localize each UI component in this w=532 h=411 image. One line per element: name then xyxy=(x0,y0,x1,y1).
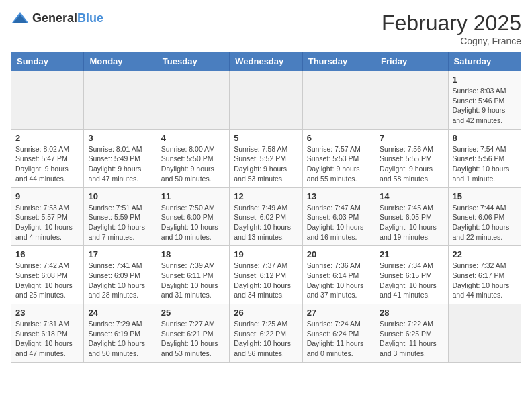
calendar-cell: 17Sunrise: 7:41 AM Sunset: 6:09 PM Dayli… xyxy=(84,246,157,304)
calendar-cell: 23Sunrise: 7:31 AM Sunset: 6:18 PM Dayli… xyxy=(11,304,84,363)
day-info: Sunrise: 7:37 AM Sunset: 6:12 PM Dayligh… xyxy=(234,261,298,300)
calendar-cell: 7Sunrise: 7:56 AM Sunset: 5:55 PM Daylig… xyxy=(375,129,448,187)
calendar-cell: 15Sunrise: 7:44 AM Sunset: 6:06 PM Dayli… xyxy=(448,187,521,246)
calendar-cell: 21Sunrise: 7:34 AM Sunset: 6:15 PM Dayli… xyxy=(375,246,448,304)
calendar-body: 1Sunrise: 8:03 AM Sunset: 5:46 PM Daylig… xyxy=(11,71,521,363)
day-info: Sunrise: 7:29 AM Sunset: 6:19 PM Dayligh… xyxy=(88,319,152,359)
day-number: 27 xyxy=(307,308,371,318)
day-number: 2 xyxy=(15,133,79,143)
calendar-cell: 13Sunrise: 7:47 AM Sunset: 6:03 PM Dayli… xyxy=(302,187,375,246)
calendar-week: 1Sunrise: 8:03 AM Sunset: 5:46 PM Daylig… xyxy=(11,71,521,130)
day-info: Sunrise: 8:03 AM Sunset: 5:46 PM Dayligh… xyxy=(453,86,517,126)
day-number: 28 xyxy=(380,308,443,318)
day-number: 13 xyxy=(307,191,371,201)
day-number: 6 xyxy=(307,133,371,143)
day-number: 20 xyxy=(307,249,371,259)
day-info: Sunrise: 7:31 AM Sunset: 6:18 PM Dayligh… xyxy=(15,319,79,359)
calendar-cell: 24Sunrise: 7:29 AM Sunset: 6:19 PM Dayli… xyxy=(84,304,157,363)
day-number: 7 xyxy=(380,133,443,143)
day-info: Sunrise: 7:25 AM Sunset: 6:22 PM Dayligh… xyxy=(234,319,298,359)
day-info: Sunrise: 7:53 AM Sunset: 5:57 PM Dayligh… xyxy=(15,203,79,242)
day-number: 26 xyxy=(234,308,298,318)
calendar-week: 23Sunrise: 7:31 AM Sunset: 6:18 PM Dayli… xyxy=(11,304,521,363)
day-info: Sunrise: 7:39 AM Sunset: 6:11 PM Dayligh… xyxy=(161,261,225,300)
calendar-cell: 14Sunrise: 7:45 AM Sunset: 6:05 PM Dayli… xyxy=(375,187,448,246)
calendar-cell: 1Sunrise: 8:03 AM Sunset: 5:46 PM Daylig… xyxy=(448,71,521,130)
logo-text: GeneralBlue xyxy=(32,11,103,26)
calendar-week: 16Sunrise: 7:42 AM Sunset: 6:08 PM Dayli… xyxy=(11,246,521,304)
day-info: Sunrise: 7:32 AM Sunset: 6:17 PM Dayligh… xyxy=(453,261,517,300)
page-header: GeneralBlue February 2025 Cogny, France xyxy=(11,11,521,46)
day-info: Sunrise: 7:42 AM Sunset: 6:08 PM Dayligh… xyxy=(15,261,79,300)
weekday-header: Saturday xyxy=(448,52,521,71)
calendar-cell: 2Sunrise: 8:02 AM Sunset: 5:47 PM Daylig… xyxy=(11,129,84,187)
day-info: Sunrise: 7:49 AM Sunset: 6:02 PM Dayligh… xyxy=(234,203,298,242)
day-number: 21 xyxy=(380,249,443,259)
weekday-header: Friday xyxy=(375,52,448,71)
calendar-cell: 6Sunrise: 7:57 AM Sunset: 5:53 PM Daylig… xyxy=(302,129,375,187)
day-info: Sunrise: 7:56 AM Sunset: 5:55 PM Dayligh… xyxy=(380,144,443,184)
month-title: February 2025 xyxy=(382,11,521,36)
calendar-cell xyxy=(157,71,229,130)
day-number: 17 xyxy=(88,249,152,259)
day-info: Sunrise: 7:58 AM Sunset: 5:52 PM Dayligh… xyxy=(234,144,298,184)
calendar-cell xyxy=(230,71,302,130)
day-number: 4 xyxy=(161,133,225,143)
calendar-cell: 27Sunrise: 7:24 AM Sunset: 6:24 PM Dayli… xyxy=(302,304,375,363)
day-number: 16 xyxy=(15,249,79,259)
day-info: Sunrise: 7:45 AM Sunset: 6:05 PM Dayligh… xyxy=(380,203,443,242)
day-number: 23 xyxy=(15,308,79,318)
day-number: 22 xyxy=(453,249,517,259)
day-info: Sunrise: 7:41 AM Sunset: 6:09 PM Dayligh… xyxy=(88,261,152,300)
weekday-header: Sunday xyxy=(11,52,84,71)
day-number: 3 xyxy=(88,133,152,143)
calendar: SundayMondayTuesdayWednesdayThursdayFrid… xyxy=(11,52,521,363)
day-info: Sunrise: 7:47 AM Sunset: 6:03 PM Dayligh… xyxy=(307,203,371,242)
day-info: Sunrise: 7:27 AM Sunset: 6:21 PM Dayligh… xyxy=(161,319,225,359)
logo: GeneralBlue xyxy=(11,11,103,26)
weekday-row: SundayMondayTuesdayWednesdayThursdayFrid… xyxy=(11,52,521,71)
day-info: Sunrise: 8:01 AM Sunset: 5:49 PM Dayligh… xyxy=(88,144,152,184)
day-number: 18 xyxy=(161,249,225,259)
day-number: 11 xyxy=(161,191,225,201)
calendar-cell: 19Sunrise: 7:37 AM Sunset: 6:12 PM Dayli… xyxy=(230,246,302,304)
calendar-cell: 8Sunrise: 7:54 AM Sunset: 5:56 PM Daylig… xyxy=(448,129,521,187)
day-number: 10 xyxy=(88,191,152,201)
calendar-cell xyxy=(302,71,375,130)
day-info: Sunrise: 7:36 AM Sunset: 6:14 PM Dayligh… xyxy=(307,261,371,300)
day-info: Sunrise: 7:34 AM Sunset: 6:15 PM Dayligh… xyxy=(380,261,443,300)
weekday-header: Wednesday xyxy=(230,52,302,71)
day-info: Sunrise: 7:50 AM Sunset: 6:00 PM Dayligh… xyxy=(161,203,225,242)
day-info: Sunrise: 8:00 AM Sunset: 5:50 PM Dayligh… xyxy=(161,144,225,184)
weekday-header: Tuesday xyxy=(157,52,229,71)
logo-general: General xyxy=(32,11,77,25)
day-info: Sunrise: 7:22 AM Sunset: 6:25 PM Dayligh… xyxy=(380,319,443,359)
day-number: 9 xyxy=(15,191,79,201)
title-area: February 2025 Cogny, France xyxy=(382,11,521,46)
day-info: Sunrise: 8:02 AM Sunset: 5:47 PM Dayligh… xyxy=(15,144,79,184)
calendar-cell: 20Sunrise: 7:36 AM Sunset: 6:14 PM Dayli… xyxy=(302,246,375,304)
day-number: 8 xyxy=(453,133,517,143)
calendar-cell: 4Sunrise: 8:00 AM Sunset: 5:50 PM Daylig… xyxy=(157,129,229,187)
calendar-cell: 28Sunrise: 7:22 AM Sunset: 6:25 PM Dayli… xyxy=(375,304,448,363)
calendar-cell: 10Sunrise: 7:51 AM Sunset: 5:59 PM Dayli… xyxy=(84,187,157,246)
calendar-cell: 5Sunrise: 7:58 AM Sunset: 5:52 PM Daylig… xyxy=(230,129,302,187)
calendar-cell xyxy=(11,71,84,130)
calendar-cell: 25Sunrise: 7:27 AM Sunset: 6:21 PM Dayli… xyxy=(157,304,229,363)
logo-blue: Blue xyxy=(77,11,103,25)
calendar-cell xyxy=(448,304,521,363)
calendar-cell xyxy=(84,71,157,130)
day-number: 15 xyxy=(453,191,517,201)
day-number: 5 xyxy=(234,133,298,143)
day-info: Sunrise: 7:51 AM Sunset: 5:59 PM Dayligh… xyxy=(88,203,152,242)
day-info: Sunrise: 7:57 AM Sunset: 5:53 PM Dayligh… xyxy=(307,144,371,184)
calendar-cell: 11Sunrise: 7:50 AM Sunset: 6:00 PM Dayli… xyxy=(157,187,229,246)
calendar-cell xyxy=(375,71,448,130)
calendar-cell: 26Sunrise: 7:25 AM Sunset: 6:22 PM Dayli… xyxy=(230,304,302,363)
calendar-cell: 9Sunrise: 7:53 AM Sunset: 5:57 PM Daylig… xyxy=(11,187,84,246)
day-number: 12 xyxy=(234,191,298,201)
day-number: 25 xyxy=(161,308,225,318)
calendar-cell: 22Sunrise: 7:32 AM Sunset: 6:17 PM Dayli… xyxy=(448,246,521,304)
location: Cogny, France xyxy=(382,36,521,46)
calendar-cell: 16Sunrise: 7:42 AM Sunset: 6:08 PM Dayli… xyxy=(11,246,84,304)
